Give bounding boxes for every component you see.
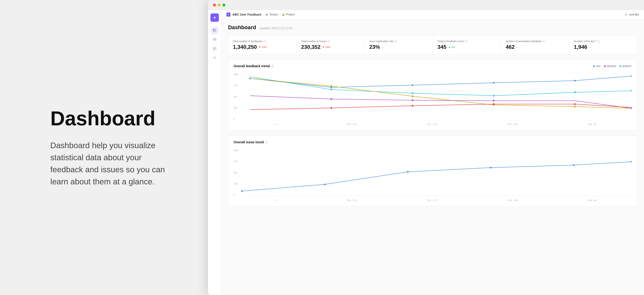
svg-point-41 [574, 103, 576, 105]
left-panel-title: Dashboard [50, 107, 168, 129]
stats-row: Total number of feedbacks i 1,340,250 ▼ … [228, 35, 637, 54]
stat-label-feedbacks: Total number of feedbacks i [233, 40, 292, 42]
svg-point-31 [412, 95, 414, 97]
chart-header-feedback: Overall feedback trend i VOC REVIEW [234, 64, 632, 68]
stat-info-yesterday[interactable]: i [543, 40, 546, 42]
svg-point-39 [412, 105, 414, 107]
title-bar [208, 0, 644, 10]
svg-point-34 [330, 98, 332, 100]
stat-info-feedbacks[interactable]: i [264, 40, 266, 42]
stat-badge-last7: — [589, 46, 592, 48]
svg-rect-4 [215, 31, 216, 32]
stat-label-issues: Total number of Issues i [301, 40, 360, 42]
svg-point-11 [214, 57, 215, 58]
svg-point-26 [412, 92, 414, 94]
issue-chart-svg [234, 147, 632, 198]
top-nav: ABC User Feedback › ⊞ Tenant › 🔒 Project [221, 10, 644, 19]
app-name: ABC User Feedback [232, 13, 261, 16]
main-content: Dashboard Updated: 2023-12-12 12:00 Tota… [221, 19, 644, 295]
page-title: Dashboard [228, 24, 256, 30]
feedback-trend-section: Overall feedback trend i VOC REVIEW [228, 59, 637, 130]
sidebar-item-feedback[interactable] [211, 36, 218, 43]
breadcrumb-sep-2: › [279, 13, 280, 16]
stat-info-today[interactable]: i [465, 40, 468, 42]
left-panel-description: Dashboard help you visualize statistical… [50, 139, 168, 188]
legend-dot-voc [593, 65, 595, 67]
user-icon [624, 13, 628, 16]
svg-rect-2 [215, 29, 216, 30]
svg-point-30 [330, 85, 332, 87]
chart-title-issue: Overall issue trend i [234, 140, 268, 144]
left-panel: Dashboard Dashboard help you visualize s… [0, 0, 218, 295]
stat-value-feedbacks: 1,340,250 ▼ 10% [233, 44, 292, 50]
sidebar-item-settings[interactable] [211, 54, 218, 61]
stat-label-yesterday: Number of yesterday's feedback i [506, 40, 564, 42]
issue-chart-container: 1000 750 500 250 0 [234, 147, 632, 198]
legend-dot-review [604, 65, 606, 67]
svg-point-35 [412, 99, 414, 101]
chart-title-feedback: Overall feedback trend i [234, 64, 274, 68]
stat-value-yesterday: 462 — [506, 44, 564, 50]
feedback-chart-container: 1000 750 500 250 0 [234, 71, 632, 122]
svg-point-47 [241, 190, 243, 192]
breadcrumb-project[interactable]: 🔒 Project [282, 13, 295, 16]
close-button[interactable] [213, 3, 216, 6]
svg-point-50 [490, 167, 492, 168]
stat-value-rate: 23% — [369, 44, 428, 50]
chart-info-issue[interactable]: i [265, 141, 268, 144]
breadcrumb-tenant[interactable]: ⊞ Tenant [265, 13, 278, 16]
chart-header-issue: Overall issue trend i [234, 140, 632, 144]
stat-info-last7[interactable]: i [598, 40, 600, 42]
legend-dot-survey [620, 65, 621, 67]
stat-value-issues: 230,352 ▼ 20% [301, 44, 360, 50]
content-area: ABC User Feedback › ⊞ Tenant › 🔒 Project [221, 10, 644, 295]
minimize-button[interactable] [218, 3, 221, 6]
svg-point-37 [631, 107, 632, 109]
stat-info-issues[interactable]: i [327, 40, 330, 42]
feedback-chart-svg [234, 71, 632, 122]
stat-badge-feedbacks: ▼ 10% [258, 46, 267, 48]
breadcrumb-logo [226, 12, 230, 16]
app-window: ABC User Feedback › ⊞ Tenant › 🔒 Project [208, 0, 644, 295]
stat-card-feedbacks: Total number of feedbacks i 1,340,250 ▼ … [228, 36, 296, 54]
chart-info-feedback[interactable]: i [271, 65, 274, 67]
svg-point-49 [407, 171, 409, 173]
svg-point-23 [574, 80, 576, 81]
breadcrumb: ABC User Feedback › ⊞ Tenant › 🔒 Project [226, 12, 295, 16]
user-label: user@a [629, 13, 639, 16]
svg-point-33 [574, 106, 576, 107]
y-axis-feedback: 1000 750 500 250 0 [234, 71, 238, 122]
stat-card-last7: Number of the last 7 i 1,946 — [569, 36, 637, 54]
svg-rect-3 [213, 31, 214, 32]
page-updated: Updated: 2023-12-12 12:00 [260, 27, 292, 30]
stat-card-issues: Total number of Issues i 230,352 ▼ 20% [296, 36, 365, 54]
stat-card-yesterday: Number of yesterday's feedback i 462 — [501, 36, 569, 54]
app-logo [210, 13, 219, 22]
sidebar-item-dashboard[interactable] [211, 27, 218, 34]
svg-point-13 [626, 13, 627, 15]
stat-card-today: Today's feedback count i 345 ▲ 2% [433, 36, 501, 54]
maximize-button[interactable] [222, 3, 226, 6]
user-area[interactable]: user@a [624, 13, 639, 16]
tenant-icon: ⊞ [265, 13, 268, 16]
x-axis-feedback: 0 7/04 - 7/11 7/11 - 7/17 7/18 - 7/25 7/… [234, 123, 632, 126]
sidebar [208, 10, 221, 295]
svg-point-24 [631, 75, 632, 77]
stat-card-rate: Issue registration rate i 23% — [364, 36, 433, 54]
y-axis-issue: 1000 750 500 250 0 [234, 147, 238, 198]
page-header: Dashboard Updated: 2023-12-12 12:00 [228, 24, 637, 30]
svg-point-51 [573, 164, 574, 166]
sidebar-item-issues[interactable] [211, 45, 218, 52]
svg-rect-1 [213, 29, 214, 30]
stat-label-last7: Number of the last 7 i [574, 40, 632, 42]
project-icon: 🔒 [282, 13, 285, 16]
stat-info-rate[interactable]: i [394, 40, 397, 42]
svg-point-22 [493, 82, 494, 84]
svg-point-25 [330, 89, 332, 90]
legend-review: REVIEW [604, 65, 616, 67]
stat-label-today: Today's feedback count i [438, 40, 496, 42]
svg-point-29 [631, 90, 632, 91]
svg-point-27 [493, 95, 494, 97]
legend-voc: VOC [593, 65, 601, 67]
stat-badge-yesterday: — [516, 46, 519, 48]
